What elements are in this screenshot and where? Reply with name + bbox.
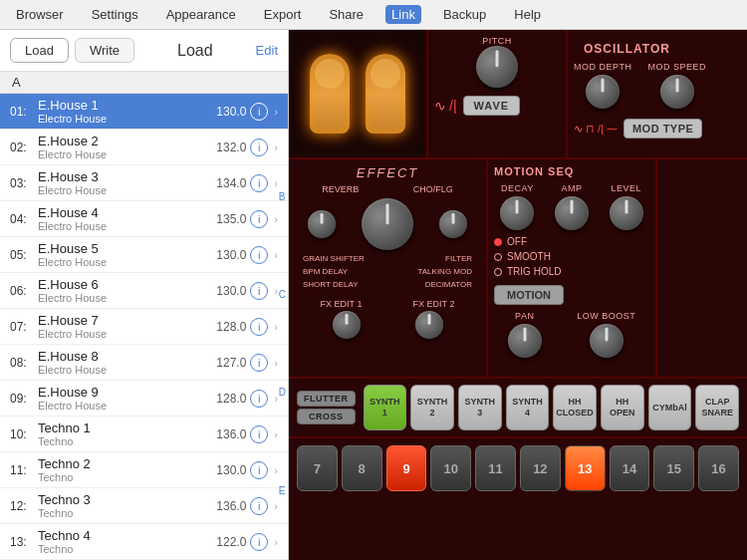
seq-step-10[interactable]: 10	[430, 445, 471, 491]
info-icon[interactable]: i	[250, 103, 268, 121]
oscillator-title: OSCILLATOR	[574, 36, 680, 58]
low-boost-knob[interactable]	[590, 324, 623, 358]
seq-step-9[interactable]: 9	[386, 445, 427, 491]
preset-item[interactable]: 12: Techno 3 Techno 136.0 i ›	[0, 488, 288, 524]
main-container: Load Write Load Edit A 01: E.House 1 Ele…	[0, 30, 747, 560]
menu-help[interactable]: Help	[508, 5, 547, 24]
chevron-icon: ›	[274, 428, 278, 440]
seq-step-14[interactable]: 14	[610, 445, 650, 491]
low-boost-group: LOW BOOST	[577, 311, 635, 358]
preset-number: 07:	[10, 320, 38, 334]
fx-edit1-knob[interactable]	[333, 311, 361, 339]
drum-pad-hh-open[interactable]: HHOPEN	[601, 385, 644, 430]
drum-pad-synth4[interactable]: SYNTH4	[506, 385, 550, 430]
drum-pad-synth3[interactable]: SYNTH3	[458, 385, 502, 430]
cho-flg-label: CHO/FLG	[413, 184, 453, 194]
cross-button[interactable]: CROSS	[297, 409, 356, 424]
preset-item[interactable]: 13: Techno 4 Techno 122.0 i ›	[0, 524, 288, 560]
preset-right: 130.0 i ›	[216, 461, 278, 479]
preset-item[interactable]: 09: E.House 9 Electro House 128.0 i ›	[0, 381, 288, 417]
preset-item[interactable]: 11: Techno 2 Techno 130.0 i ›	[0, 452, 288, 488]
trig-hold-option[interactable]: TRIG HOLD	[494, 266, 649, 277]
menu-browser[interactable]: Browser	[10, 5, 70, 24]
pan-knob[interactable]	[508, 324, 542, 358]
menu-link[interactable]: Link	[385, 5, 421, 24]
seq-step-7[interactable]: 7	[297, 445, 338, 491]
info-icon[interactable]: i	[250, 390, 268, 408]
preset-item[interactable]: 07: E.House 7 Electro House 128.0 i ›	[0, 309, 288, 345]
preset-item[interactable]: 01: E.House 1 Electro House 130.0 i ›	[0, 94, 288, 130]
info-icon[interactable]: i	[250, 354, 268, 372]
level-knob[interactable]	[610, 196, 643, 230]
info-icon[interactable]: i	[250, 210, 268, 228]
info-icon[interactable]: i	[250, 497, 268, 515]
menu-share[interactable]: Share	[323, 5, 370, 24]
menu-backup[interactable]: Backup	[437, 5, 492, 24]
preset-item[interactable]: 06: E.House 6 Electro House 130.0 i ›	[0, 273, 288, 309]
right-panel: PITCH ∿ /| WAVE OSCILLATOR	[289, 30, 747, 560]
seq-step-8[interactable]: 8	[342, 445, 382, 491]
trig-hold-label: TRIG HOLD	[507, 266, 561, 277]
smooth-label: SMOOTH	[507, 251, 551, 262]
preset-item[interactable]: 02: E.House 2 Electro House 132.0 i ›	[0, 130, 288, 165]
mod-depth-knob[interactable]	[586, 75, 620, 109]
seq-step-13[interactable]: 13	[565, 445, 606, 491]
reverb-knob[interactable]	[308, 210, 336, 238]
preset-name: E.House 8	[38, 349, 216, 364]
amp-knob[interactable]	[555, 196, 589, 230]
info-icon[interactable]: i	[250, 533, 268, 551]
preset-item[interactable]: 08: E.House 8 Electro House 127.0 i ›	[0, 345, 288, 381]
info-icon[interactable]: i	[250, 139, 268, 156]
mod-speed-knob[interactable]	[660, 75, 694, 109]
motion-button[interactable]: MOTION	[494, 285, 564, 305]
preset-category: Electro House	[38, 328, 216, 340]
preset-category: Techno	[38, 471, 216, 483]
sine-wave-icon: ∿	[434, 98, 446, 114]
effect-section: EFFECT REVERB CHO/FLG	[289, 159, 488, 377]
preset-category: Techno	[38, 435, 216, 447]
preset-number: 06:	[10, 284, 38, 298]
preset-item[interactable]: 04: E.House 4 Electro House 135.0 i ›	[0, 201, 288, 237]
seq-step-12[interactable]: 12	[520, 445, 561, 491]
smooth-option[interactable]: SMOOTH	[494, 251, 649, 262]
info-icon[interactable]: i	[250, 174, 268, 192]
menu-settings[interactable]: Settings	[86, 5, 144, 24]
level-label: LEVEL	[611, 183, 641, 193]
preset-item[interactable]: 03: E.House 3 Electro House 134.0 i ›	[0, 165, 288, 201]
mod-type-button[interactable]: MOD TYPE	[623, 119, 702, 139]
flutter-button[interactable]: FLUTTER	[297, 391, 356, 407]
chevron-icon: ›	[274, 285, 278, 297]
menu-appearance[interactable]: Appearance	[160, 5, 242, 24]
info-icon[interactable]: i	[250, 425, 268, 443]
mod-square-icon: ⊓	[586, 123, 595, 136]
drum-pad-hh-closed[interactable]: HHCLOSED	[553, 385, 597, 430]
seq-step-11[interactable]: 11	[475, 445, 516, 491]
fx-edit2-knob[interactable]	[415, 311, 443, 339]
drum-pad-synth1[interactable]: SYNTH1	[364, 385, 407, 430]
load-tab[interactable]: Load	[10, 38, 69, 63]
preset-item[interactable]: 05: E.House 5 Electro House 130.0 i ›	[0, 237, 288, 273]
wave-button[interactable]: WAVE	[463, 96, 521, 116]
seq-step-15[interactable]: 15	[653, 445, 694, 491]
preset-name: Techno 3	[38, 492, 216, 507]
reverb-label: REVERB	[322, 184, 359, 194]
drum-pad-cymbal[interactable]: CYMbAl	[648, 385, 692, 430]
edit-button[interactable]: Edit	[256, 43, 278, 58]
drum-pad-clap-snare[interactable]: CLAPSNARE	[695, 385, 739, 430]
info-icon[interactable]: i	[250, 318, 268, 336]
fx-edit1-label: FX EDIT 1	[321, 299, 363, 309]
menu-export[interactable]: Export	[258, 5, 308, 24]
drum-pad-synth2[interactable]: SYNTH2	[410, 385, 454, 430]
off-option[interactable]: OFF	[494, 236, 649, 247]
info-icon[interactable]: i	[250, 461, 268, 479]
main-fx-knob[interactable]	[362, 198, 413, 250]
decay-knob[interactable]	[500, 196, 534, 230]
preset-category: Techno	[38, 543, 216, 555]
write-tab[interactable]: Write	[75, 38, 134, 63]
preset-item[interactable]: 10: Techno 1 Techno 136.0 i ›	[0, 417, 288, 452]
pitch-knob[interactable]	[476, 46, 518, 88]
info-icon[interactable]: i	[250, 246, 268, 264]
seq-step-16[interactable]: 16	[698, 445, 739, 491]
info-icon[interactable]: i	[250, 282, 268, 300]
cho-flg-knob[interactable]	[439, 210, 467, 238]
